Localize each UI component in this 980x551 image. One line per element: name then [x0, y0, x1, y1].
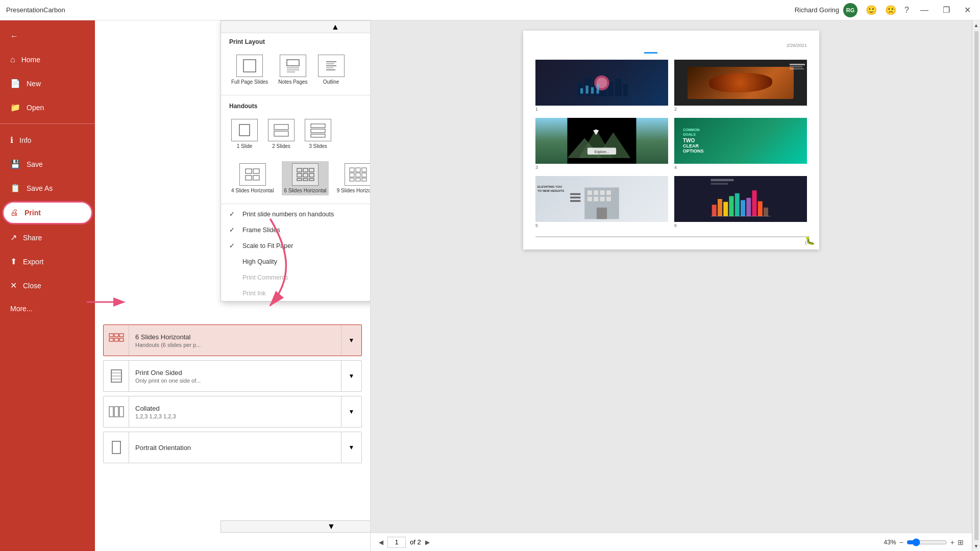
food-thumb — [688, 67, 794, 99]
emoji-sad-icon[interactable]: 🙁 — [885, 5, 896, 16]
option-frame-slides[interactable]: ✓ Frame Slides — [221, 222, 371, 238]
svg-rect-78 — [594, 197, 598, 202]
orientation-row-dropdown-arrow[interactable]: ▼ — [341, 432, 361, 463]
titlebar-left: PresentationCarbon — [6, 6, 65, 14]
share-icon: ↗ — [10, 233, 17, 242]
svg-rect-86 — [718, 199, 722, 216]
building-svg — [535, 176, 668, 222]
svg-rect-19 — [253, 176, 259, 180]
sidebar-item-close[interactable]: ✕ Close — [0, 273, 95, 297]
layout-row-icon-box — [104, 325, 129, 356]
sidebar-item-print[interactable]: 🖨 Print — [3, 202, 92, 223]
minimize-button[interactable]: — — [917, 5, 932, 16]
layout-notes[interactable]: Notes Pages — [276, 53, 309, 87]
sidebar-label-export: Export — [23, 258, 43, 266]
collated-icon-box — [104, 396, 129, 427]
emoji-happy-icon[interactable]: 🙂 — [866, 5, 877, 16]
collated-sub-text: 1,2,3 1,2,3 1,2,3 — [135, 413, 335, 419]
svg-rect-10 — [239, 124, 250, 136]
sidebar-label-saveas: Save As — [27, 184, 53, 192]
sided-row-text: Print One Sided Only print on one side o… — [129, 365, 341, 388]
notes-label: Notes Pages — [278, 79, 307, 85]
sidebar-item-open[interactable]: 📁 Open — [0, 95, 95, 119]
check-slide-numbers-icon: ✓ — [229, 210, 237, 218]
sidebar-item-new[interactable]: 📄 New — [0, 71, 95, 95]
svg-rect-93 — [758, 202, 763, 216]
zoom-in-button[interactable]: + — [950, 538, 954, 546]
sidebar-item-more[interactable]: More... — [0, 297, 95, 320]
handout-2slides[interactable]: 2 Slides — [266, 117, 297, 151]
sidebar-item-info[interactable]: ℹ Info — [0, 128, 95, 152]
handout-6slides[interactable]: 6 Slides Horizontal — [282, 161, 328, 195]
slide-2-text — [790, 64, 805, 69]
saveas-icon: 📋 — [10, 183, 20, 193]
sidebar-item-back[interactable]: ← — [0, 24, 95, 48]
slide-thumb-box-2 — [674, 60, 807, 106]
scroll-down-arrow[interactable]: ▼ — [972, 541, 980, 551]
text-line-1 — [790, 64, 805, 65]
fit-button[interactable]: ⊞ — [958, 538, 964, 546]
option-label-print-ink: Print Ink — [242, 290, 266, 297]
home-icon: ⌂ — [10, 55, 15, 64]
page-number-input[interactable] — [387, 537, 406, 548]
zoom-out-button[interactable]: − — [899, 538, 903, 546]
handouts-title: Handouts — [221, 97, 371, 113]
sidebar-item-share[interactable]: ↗ Share — [0, 226, 95, 249]
settings-collated-row[interactable]: Collated 1,2,3 1,2,3 1,2,3 ▼ — [103, 396, 362, 428]
svg-rect-91 — [746, 198, 751, 216]
svg-rect-34 — [362, 173, 366, 177]
preview-area: ▲ ▼ 2/26/2021 — [371, 20, 980, 551]
layout-row-dropdown-arrow[interactable]: ▼ — [341, 325, 361, 356]
close-button[interactable]: ✕ — [961, 4, 974, 16]
slide-thumb-3: Explore... 3 — [535, 118, 668, 170]
handout-9slides-icon — [345, 163, 371, 186]
option-print-slide-numbers[interactable]: ✓ Print slide numbers on handouts — [221, 206, 371, 222]
handout-3slides-label: 3 Slides — [309, 143, 327, 149]
svg-rect-84 — [570, 200, 580, 202]
scroll-up-arrow[interactable]: ▲ — [972, 20, 980, 30]
sidebar-item-save[interactable]: 💾 Save — [0, 152, 95, 176]
svg-rect-36 — [356, 178, 360, 181]
print-panel: ▲ Print Layout Full Page Slides — [95, 20, 371, 551]
sidebar-item-home[interactable]: ⌂ Home — [0, 48, 95, 71]
sidebar-item-export[interactable]: ⬆ Export — [0, 249, 95, 273]
settings-orientation-row[interactable]: Portrait Orientation ▼ — [103, 432, 362, 463]
svg-rect-29 — [350, 168, 354, 172]
sided-row-dropdown-arrow[interactable]: ▼ — [341, 361, 361, 391]
layout-outline[interactable]: Outline — [316, 53, 347, 87]
svg-rect-63 — [591, 87, 594, 93]
svg-rect-13 — [311, 124, 325, 128]
sidebar-label-new: New — [27, 80, 41, 88]
option-label-print-slide-numbers: Print slide numbers on handouts — [242, 211, 334, 218]
svg-rect-0 — [243, 60, 256, 72]
zoom-controls: 43% − + ⊞ — [884, 538, 964, 546]
slide-overlay-6 — [674, 176, 807, 222]
prev-page-button[interactable]: ◀ — [379, 539, 383, 546]
layout-full-page[interactable]: Full Page Slides — [229, 53, 270, 87]
restore-button[interactable]: ❐ — [940, 4, 953, 16]
option-high-quality[interactable]: ✓ High Quality — [221, 254, 371, 269]
handout-4slides[interactable]: 4 Slides Horizontal — [229, 161, 276, 195]
handout-6slides-icon — [292, 163, 318, 186]
settings-layout-row[interactable]: 6 Slides Horizontal Handouts (6 slides p… — [103, 324, 362, 356]
handout-9slides[interactable]: 9 Slides Horizontal — [335, 161, 371, 195]
slide-thumb-4: COMMON GOALS TWO CLEAR OPTIONS 4 — [674, 118, 807, 170]
collated-row-dropdown-arrow[interactable]: ▼ — [341, 396, 361, 427]
next-page-button[interactable]: ▶ — [425, 539, 430, 546]
handout-3slides[interactable]: 3 Slides — [303, 117, 333, 151]
help-icon[interactable]: ? — [904, 6, 909, 15]
handout-1slide[interactable]: 1 Slide — [229, 117, 260, 151]
svg-rect-75 — [600, 190, 605, 195]
option-label-scale-to-fit: Scale to Fit Paper — [242, 242, 293, 249]
settings-sided-row[interactable]: Print One Sided Only print on one side o… — [103, 360, 362, 392]
dropdown-scroll-bottom-btn[interactable]: ▼ — [220, 520, 371, 533]
svg-rect-51 — [112, 441, 120, 454]
scroll-up-button[interactable]: ▲ — [221, 21, 371, 33]
zoom-slider[interactable] — [906, 538, 947, 546]
print-layout-dropdown: ▲ Print Layout Full Page Slides — [220, 20, 371, 302]
svg-rect-79 — [600, 197, 605, 202]
option-scale-to-fit[interactable]: ✓ Scale to Fit Paper — [221, 238, 371, 254]
svg-rect-96 — [711, 179, 734, 182]
sidebar-label-home: Home — [21, 56, 40, 64]
sidebar-item-saveas[interactable]: 📋 Save As — [0, 176, 95, 200]
